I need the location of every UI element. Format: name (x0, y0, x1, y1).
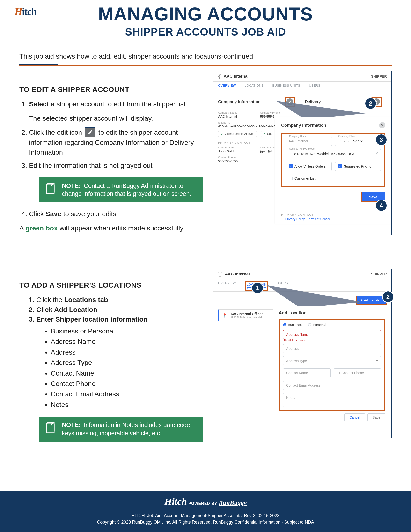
field-address-value: 9938 N 181st Ave, Waddell, AZ 85355, USA (289, 152, 355, 156)
bullet-6: Contact Email Address (51, 389, 203, 399)
step-marker-2b: 2 (382, 291, 394, 303)
note-2-label: NOTE: (62, 421, 81, 428)
footer-logo: Hitch POWERED BY RunBuggy (164, 496, 247, 507)
field-company-phone[interactable]: Company Phone +1 555-555-5554 (335, 137, 381, 146)
svg-rect-0 (47, 185, 54, 194)
shot1-tabs: OVERVIEW LOCATIONS BUSINESS UNITS USERS (213, 82, 391, 90)
panel-title-delivery: Delivery (305, 99, 321, 104)
chevron-down-icon: ▾ (376, 359, 378, 363)
field-company-name-value: AAC Internal (289, 139, 308, 143)
checkbox-customer-list[interactable]: Customer List (286, 174, 331, 183)
note-box-1: NOTE: Contact a RunBuggy Administrator t… (39, 178, 203, 203)
checkbox-suggested-label: Suggested Pricing (344, 164, 372, 168)
field-address-type[interactable]: Address Type ▾ (283, 356, 381, 365)
save-button-2[interactable]: Save (367, 413, 385, 421)
success-a: A (19, 224, 25, 232)
field-company-name[interactable]: Company Name AAC Internal (286, 137, 332, 146)
screenshot-add-location: AAC Internal SHIPPER OVERVIEW LOCATIONS … (213, 269, 392, 438)
edit-company-overlay: Company Information ✕ Company Name AAC I… (275, 117, 391, 224)
bullet-0: Business or Personal (51, 326, 203, 336)
kv-company-name-k: Company Name (218, 111, 253, 114)
step4-c: to save your edits (61, 210, 116, 218)
field-address-2[interactable]: Address (283, 344, 381, 353)
map-pin-icon: 📍 (222, 313, 227, 318)
note-box-2: NOTE: Information in Notes includes gate… (39, 417, 203, 442)
footer-copyright: Copyright © 2023 RunBuggy OMI, Inc. All … (5, 520, 406, 525)
field-address-name[interactable]: Address Name (283, 330, 381, 339)
shot2-header: AAC Internal SHIPPER (213, 269, 391, 279)
kv-cname-k: Contact Name (218, 146, 253, 149)
field-company-phone-value: +1 555-555-5554 (338, 139, 364, 143)
field-notes[interactable]: Notes (283, 393, 381, 408)
note-2-content: NOTE: Information in Notes includes gate… (62, 421, 197, 437)
bullet-5: Contact Phone (51, 379, 203, 389)
shot1-header: ❮ AAC Internal SHIPPER (213, 71, 391, 82)
back-chevron-icon[interactable]: ❮ (218, 74, 221, 79)
document-title-block: MANAGING ACCOUNTS SHIPPER ACCOUNTS JOB A… (0, 0, 411, 38)
overlay2-title: Add Location (279, 311, 307, 316)
radio-business-label: Business (288, 323, 302, 327)
edit-step-4: Click Save to save your edits (29, 209, 203, 219)
pill-vinless: ✓Vinless Orders Allowed (218, 131, 257, 137)
link-privacy[interactable]: Privacy Policy (285, 217, 305, 221)
checkbox-suggested-pricing[interactable]: ✓Suggested Pricing (335, 162, 381, 171)
cancel-button[interactable]: Cancel (344, 413, 365, 421)
clear-address-icon[interactable]: ✕ (375, 151, 378, 155)
pill-suggested: ✓Su… (261, 131, 276, 137)
note-1-text: Contact a RunBuggy Administrator to chan… (62, 182, 191, 197)
edit-steps-list-4: Click Save to save your edits (29, 209, 203, 219)
note-2-text: Information in Notes includes gate code,… (62, 421, 192, 437)
addloc-step-1: Click the Locations tab (36, 295, 203, 305)
field-address-type-label: Address Type (286, 359, 307, 363)
intro-section: This job aid shows how to add, edit, shi… (19, 52, 392, 66)
note-1-content: NOTE: Contact a RunBuggy Administrator t… (62, 182, 197, 198)
radio-personal[interactable]: Personal (308, 323, 326, 327)
tab-overview[interactable]: OVERVIEW (218, 84, 236, 90)
edit-steps-list-2: Click the edit icon to edit the shipper … (29, 128, 203, 171)
svg-rect-2 (47, 424, 54, 433)
overlay1-links: — Privacy Policy Terms of Service (281, 217, 385, 221)
location-card-title: AAC Internal Offices (230, 312, 266, 316)
step1-bold: Select (29, 100, 49, 108)
step-marker-4: 4 (375, 200, 387, 212)
radio-personal-label: Personal (313, 323, 326, 327)
required-msg: This field is required. (284, 339, 381, 342)
radio-business[interactable]: Business (283, 323, 302, 327)
panel-title-company: Company Information (218, 99, 261, 104)
success-c: will appear when edits made successfully… (58, 224, 185, 232)
addloc-step1-b: Locations tab (64, 296, 108, 304)
section-heading-edit-shipper: TO EDIT A SHIPPER ACCOUNT (19, 85, 203, 94)
field-company-name-label: Company Name (288, 135, 308, 138)
tab-locations[interactable]: LOCATIONS (245, 84, 264, 90)
field-contact-email[interactable]: Contact Email Address (283, 381, 381, 390)
field-contact-phone[interactable]: +1 Contact Phone (334, 368, 381, 378)
field-address[interactable]: Address (No P.O Boxes) 9938 N 181st Ave,… (286, 149, 381, 158)
checkbox-vinless[interactable]: ✓Allow Vinless Orders (286, 162, 332, 171)
edit-step-3: Edit the information that is not grayed … (29, 161, 203, 171)
bullet-3: Address Type (51, 357, 203, 368)
step1-followup: The selected shipper account will displa… (29, 114, 203, 124)
addloc-bullets: Business or Personal Address Name Addres… (51, 326, 203, 410)
shot2-role: SHIPPER (371, 272, 387, 276)
edit-step-2: Click the edit icon to edit the shipper … (29, 128, 203, 157)
tab-business-units[interactable]: BUSINESS UNITS (272, 84, 300, 90)
add-location-overlay: Add Location Business Personal Address N… (273, 306, 391, 425)
field-address-label: Address (No P.O Boxes) (288, 148, 316, 150)
footer-doc-id: HITCH_Job Aid_Account Management-Shipper… (5, 513, 406, 518)
overlay2-buttons: Cancel Save (279, 413, 385, 421)
pill-vinless-text: Vinless Orders Allowed (224, 132, 254, 136)
pencil-icon (85, 127, 95, 137)
kv-company-name-v: AAC Internal (218, 115, 253, 118)
addloc-step-2: Click Add Location (36, 305, 203, 315)
edit-step-1: Select a shipper account to edit from th… (29, 99, 203, 109)
tab-users[interactable]: USERS (309, 84, 320, 90)
success-message: A green box will appear when edits made … (19, 223, 203, 233)
overlay1-fields-group: Company Name AAC Internal Company Phone … (281, 133, 385, 187)
close-icon[interactable]: ✕ (379, 122, 385, 128)
add-location-label: Add Locati… (364, 298, 382, 302)
tab2-overview[interactable]: OVERVIEW (218, 281, 236, 291)
field-contact-name[interactable]: Contact Name (283, 368, 331, 378)
success-b: green box (25, 224, 58, 232)
shot1-role: SHIPPER (371, 75, 387, 78)
link-terms[interactable]: Terms of Service (307, 217, 331, 221)
